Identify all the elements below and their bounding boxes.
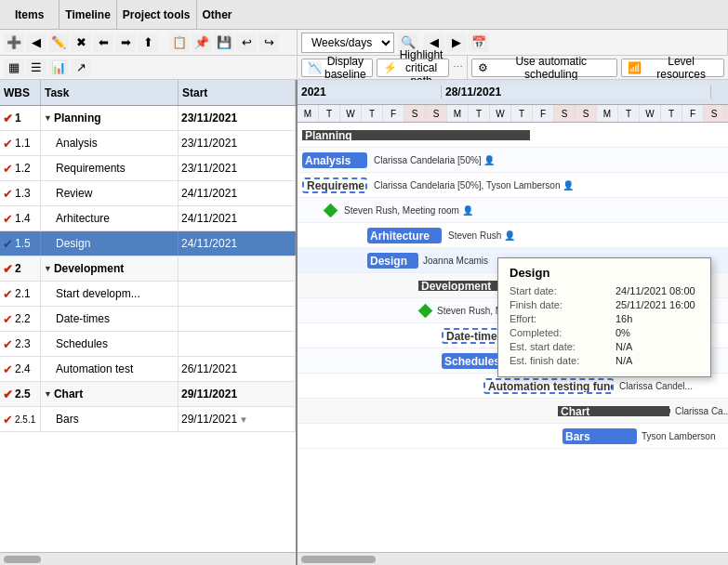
- row-1-4[interactable]: ✔ 1.4 Arhitecture 24/11/2021: [0, 206, 296, 231]
- gantt-scrollbar-thumb[interactable]: [301, 556, 376, 563]
- scrollbar-thumb[interactable]: [4, 556, 41, 563]
- report-button[interactable]: 📊: [48, 59, 69, 77]
- day-W2: W: [490, 105, 511, 122]
- gantt-bar-arhitecture[interactable]: Arhitecture: [367, 228, 442, 243]
- expand-icon-2-5[interactable]: ▼: [44, 389, 52, 399]
- dev-left-arrow: [418, 283, 423, 288]
- task-value-2-1: Start developm...: [56, 287, 140, 300]
- gantt-row-2: Requireme Clarissa Candelaria [50%], Tys…: [298, 173, 728, 198]
- wbs-cell-2-1: ✔ 2.1: [0, 282, 41, 306]
- gantt-bar-analysis[interactable]: Analysis: [302, 152, 367, 168]
- gantt-row-0: Planning: [298, 123, 728, 148]
- task-cell-2-5: ▼ Chart: [41, 382, 179, 406]
- row-2-1[interactable]: ✔ 2.1 Start developm...: [0, 282, 296, 307]
- export-button[interactable]: ↗: [71, 59, 91, 77]
- popup-field-3: Completed: 0%: [510, 327, 699, 338]
- row-1-3[interactable]: ✔ 1.3 Review 24/11/2021: [0, 181, 296, 206]
- gantt-bar-bars[interactable]: Bars: [563, 428, 637, 444]
- task-value-2-4: Automation test: [56, 362, 133, 375]
- paste-button[interactable]: 📌: [192, 33, 212, 52]
- task-value-2-3: Schedules: [56, 337, 108, 350]
- menu-timeline[interactable]: Timeline: [60, 0, 116, 29]
- menu-items-label[interactable]: Items: [6, 0, 53, 29]
- row-2-5[interactable]: ✔ 2.5 ▼ Chart 29/11/2021: [0, 382, 296, 407]
- check-icon-2-5: ✔: [3, 388, 13, 401]
- gantt-bar-chart[interactable]: Chart: [558, 406, 669, 416]
- indent-right-button[interactable]: ➡: [115, 33, 136, 52]
- expand-icon-2[interactable]: ▼: [44, 264, 52, 273]
- day-S2: S: [426, 105, 447, 122]
- wbs-column-header[interactable]: WBS: [0, 80, 41, 105]
- task-value-1-3: Review: [56, 187, 92, 200]
- row-2-3[interactable]: ✔ 2.3 Schedules: [0, 332, 296, 357]
- undo-button[interactable]: ↩: [236, 33, 257, 52]
- gantt-bar-requirements[interactable]: Requireme: [302, 177, 367, 193]
- resource-arhitecture: Steven Rush 👤: [448, 230, 515, 241]
- display-baseline-button[interactable]: 📉 Display baseline: [301, 59, 373, 77]
- start-cell-2-5: 29/11/2021: [179, 382, 296, 406]
- redo-button[interactable]: ↪: [258, 33, 279, 52]
- bar-label-datetimes: Date-times: [446, 330, 503, 343]
- menu-other[interactable]: Other: [197, 0, 238, 29]
- gantt-bar-planning[interactable]: Planning: [302, 130, 530, 140]
- auto-scheduling-button[interactable]: ⚙ Use automatic scheduling: [471, 59, 617, 77]
- gantt-bar-automation[interactable]: Automation testing functions: [483, 378, 614, 394]
- menu-project-tools[interactable]: Project tools: [117, 0, 197, 29]
- row-1-5[interactable]: ✔ 1.5 Design 24/11/2021: [0, 231, 296, 256]
- task-value-1-2: Requirements: [56, 162, 126, 175]
- row-2-5-1[interactable]: ✔ 2.5.1 Bars 29/11/2021 ▼: [0, 407, 296, 432]
- popup-field-5: Est. finish date: N/A: [510, 355, 699, 366]
- gantt-bar-design[interactable]: Design: [367, 253, 418, 269]
- row-1-2[interactable]: ✔ 1.2 Requirements 23/11/2021: [0, 156, 296, 181]
- resource-review: Steven Rush, Meeting room 👤: [344, 205, 473, 216]
- popup-title: Design: [510, 266, 699, 280]
- task-value-2: Development: [54, 262, 124, 275]
- toolbar-row-2: ▦ ☰ 📊 ↗ 📉 Display baseline ⚡ Highlight c…: [0, 56, 728, 80]
- add-task-button[interactable]: ➕: [4, 33, 24, 52]
- grid-view-button[interactable]: ▦: [4, 59, 24, 77]
- display-baseline-label: Display baseline: [324, 55, 366, 81]
- copy-button[interactable]: 📋: [169, 33, 190, 52]
- popup-value-start: 24/11/2021 08:00: [615, 285, 695, 296]
- menu-other-label: Other: [203, 8, 232, 21]
- highlight-critical-button[interactable]: ⚡ Highlight critical path: [377, 59, 450, 77]
- period-dropdown[interactable]: Weeks/days: [301, 33, 394, 53]
- outdent-button[interactable]: ◀: [26, 33, 46, 52]
- today-button[interactable]: 📅: [469, 33, 489, 52]
- list-view-button[interactable]: ☰: [26, 59, 46, 77]
- start-cell-1: 23/11/2021: [179, 106, 296, 130]
- edit-button[interactable]: ✏️: [48, 33, 69, 52]
- popup-value-est-finish: N/A: [615, 355, 632, 366]
- row-2-4[interactable]: ✔ 2.4 Automation test 26/11/2021: [0, 357, 296, 382]
- move-up-button[interactable]: ⬆: [138, 33, 158, 52]
- start-column-header[interactable]: Start: [179, 80, 296, 105]
- gantt-day-headers: M T W T F S S M T W T F S S M T W T F S: [298, 105, 728, 123]
- wbs-value-1-3: 1.3: [15, 187, 31, 200]
- save-button[interactable]: 💾: [214, 33, 234, 52]
- auto-sched-icon: ⚙: [478, 61, 488, 74]
- row-1-1[interactable]: ✔ 1.1 Analysis 23/11/2021: [0, 131, 296, 156]
- row-2[interactable]: ✔ 2 ▼ Development: [0, 256, 296, 282]
- indent-left-button[interactable]: ⬅: [93, 33, 113, 52]
- check-icon-2-5-1: ✔: [3, 413, 13, 427]
- design-popup: Design Start date: 24/11/2021 08:00 Fini…: [497, 257, 711, 377]
- task-cell-1: ▼ Planning: [41, 106, 179, 130]
- bar-label-design: Design: [370, 255, 407, 268]
- items-scrollbar[interactable]: [0, 552, 296, 565]
- row-2-2[interactable]: ✔ 2.2 Date-times: [0, 307, 296, 332]
- check-icon-1-2: ✔: [3, 162, 13, 176]
- wbs-cell-2-5: ✔ 2.5: [0, 382, 41, 406]
- gantt-scrollbar[interactable]: [298, 552, 728, 565]
- delete-button[interactable]: ✖: [71, 33, 91, 52]
- wbs-value-1-5: 1.5: [15, 237, 31, 250]
- task-cell-2-3: Schedules: [41, 332, 179, 356]
- next-period-button[interactable]: ▶: [446, 33, 467, 52]
- wbs-value-2-3: 2.3: [15, 337, 31, 350]
- expand-icon-1[interactable]: ▼: [44, 113, 52, 123]
- row-1[interactable]: ✔ 1 ▼ Planning 23/11/2021: [0, 106, 296, 131]
- wbs-value-2-5: 2.5: [15, 388, 31, 401]
- level-resources-button[interactable]: 📶 Level resources: [621, 59, 724, 77]
- wbs-value-1-1: 1.1: [15, 137, 31, 150]
- task-column-header[interactable]: Task: [41, 80, 179, 105]
- start-cell-2-1: [179, 282, 296, 306]
